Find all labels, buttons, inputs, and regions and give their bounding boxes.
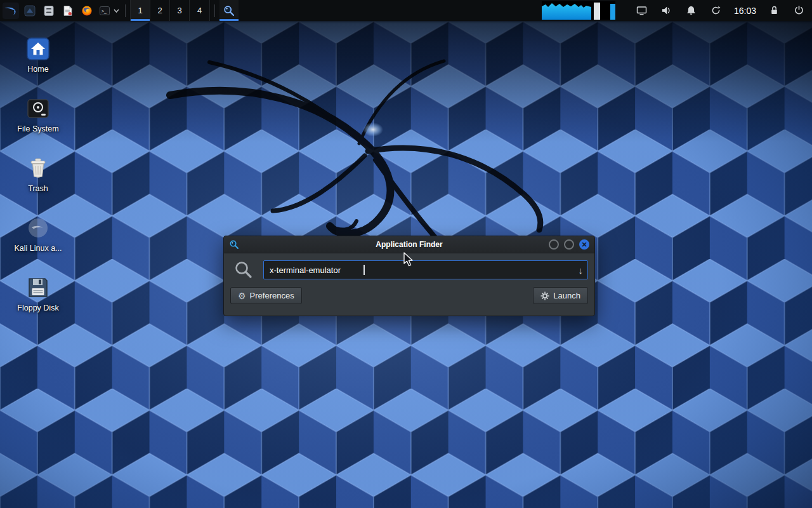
workspace-button-3[interactable]: 3 [170, 0, 190, 21]
maximize-button[interactable] [564, 239, 574, 250]
volume-icon[interactable] [657, 0, 676, 21]
panel-separator [214, 4, 215, 17]
titlebar[interactable]: Application Finder ✕ [224, 236, 594, 253]
launch-icon [540, 291, 549, 300]
desktop-icon-label: Trash [28, 184, 48, 193]
system-monitor-graph[interactable] [542, 1, 615, 20]
desktop: >_ 1 2 3 4 [0, 0, 812, 508]
application-finder-window: Application Finder ✕ ↓ ⚙ Preferences [223, 236, 595, 316]
trash-icon [26, 156, 50, 180]
search-icon [223, 4, 235, 17]
lock-icon[interactable] [764, 0, 783, 21]
workspace-button-2[interactable]: 2 [150, 0, 170, 21]
desktop-icon-label: Kali Linux a... [14, 244, 62, 253]
dark-app-icon [24, 5, 36, 17]
file-manager-launcher[interactable] [39, 0, 58, 21]
minimize-button[interactable] [549, 239, 559, 250]
files-launcher[interactable] [20, 0, 39, 21]
file-cabinet-icon [43, 5, 55, 17]
desktop-icon-floppy-disk[interactable]: Floppy Disk [10, 276, 66, 312]
svg-text:>_: >_ [102, 8, 107, 13]
search-field-wrap: ↓ [263, 260, 588, 279]
application-finder-taskbar-icon[interactable] [219, 0, 239, 21]
file-system-icon [26, 97, 50, 121]
terminal-icon: >_ [99, 5, 110, 17]
preferences-label: Preferences [250, 291, 294, 300]
firefox-launcher[interactable] [77, 0, 96, 21]
gear-icon: ⚙ [238, 291, 246, 300]
search-input[interactable] [263, 260, 588, 279]
launch-button[interactable]: Launch [533, 287, 588, 304]
top-panel: >_ 1 2 3 4 [0, 0, 812, 21]
desktop-icon-column: Home File System Trash [10, 37, 66, 312]
desktop-icon-kali-docs[interactable]: Kali Linux a... [10, 216, 66, 253]
notifications-bell-icon[interactable] [682, 0, 701, 21]
sync-icon[interactable] [707, 0, 726, 21]
workspace-button-4[interactable]: 4 [190, 0, 209, 21]
document-icon [62, 5, 74, 17]
terminal-launcher[interactable]: >_ [96, 0, 113, 21]
desktop-icon-file-system[interactable]: File System [10, 97, 66, 133]
window-controls: ✕ [549, 239, 589, 250]
desktop-icon-home[interactable]: Home [10, 37, 66, 74]
desktop-icon-label: Home [27, 65, 48, 74]
workspace-button-1[interactable]: 1 [131, 0, 150, 21]
finder-body: ↓ [224, 253, 594, 284]
kali-menu-button[interactable] [1, 0, 20, 21]
desktop-icon-label: Floppy Disk [17, 304, 58, 312]
cpu-graph-icon [542, 1, 615, 20]
text-caret [363, 265, 365, 275]
floppy-disk-icon [26, 276, 50, 300]
panel-separator [125, 4, 126, 17]
desktop-icon-trash[interactable]: Trash [10, 156, 66, 193]
launch-label: Launch [553, 291, 580, 300]
window-title: Application Finder [224, 240, 594, 249]
power-icon[interactable] [789, 0, 808, 21]
panel-right: 16:03 [542, 0, 812, 21]
preferences-button[interactable]: ⚙ Preferences [230, 287, 302, 304]
kali-docs-icon [26, 216, 50, 240]
panel-left: >_ 1 2 3 4 [0, 0, 239, 21]
kali-dragon-icon [3, 3, 19, 19]
clock[interactable]: 16:03 [731, 6, 759, 16]
desktop-icon-label: File System [17, 124, 58, 133]
chevron-down-icon[interactable] [114, 9, 119, 13]
application-finder-icon [229, 239, 239, 250]
home-icon [26, 37, 50, 61]
search-icon [234, 260, 253, 279]
text-editor-launcher[interactable] [58, 0, 77, 21]
firefox-icon [81, 5, 93, 17]
finder-actions: ⚙ Preferences Launch [224, 284, 594, 304]
dropdown-arrow-icon[interactable]: ↓ [579, 265, 584, 275]
close-button[interactable]: ✕ [579, 239, 589, 250]
workspace-switcher: 1 2 3 4 [130, 0, 210, 21]
display-icon[interactable] [632, 0, 652, 21]
